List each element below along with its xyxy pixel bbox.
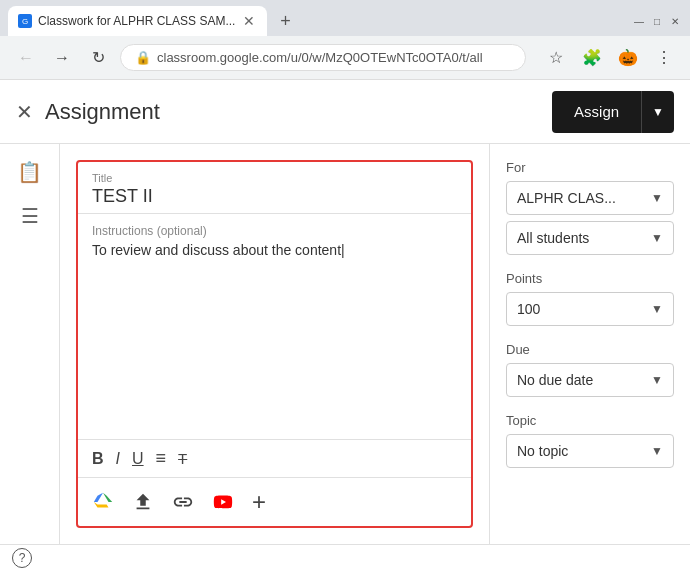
- bold-button[interactable]: B: [92, 450, 104, 468]
- new-tab-button[interactable]: +: [271, 7, 299, 35]
- instructions-label: Instructions (optional): [92, 224, 457, 238]
- close-button[interactable]: ✕: [668, 14, 682, 28]
- page-title: Assignment: [45, 99, 552, 125]
- underline-button[interactable]: U: [132, 450, 144, 468]
- points-field-group: Points 100 ▼: [506, 271, 674, 326]
- forward-button[interactable]: →: [48, 44, 76, 72]
- assign-button-group: Assign ▼: [552, 91, 674, 133]
- youtube-button[interactable]: [212, 491, 234, 513]
- assignment-icon: 📋: [17, 160, 42, 184]
- due-select[interactable]: No due date ▼: [506, 363, 674, 397]
- assign-dropdown-chevron: ▼: [652, 105, 664, 119]
- title-label: Title: [92, 172, 457, 184]
- students-select[interactable]: All students ▼: [506, 221, 674, 255]
- topic-select[interactable]: No topic ▼: [506, 434, 674, 468]
- tab-bar: G Classwork for ALPHR CLASS SAM... ✕ + —…: [0, 0, 690, 36]
- students-chevron-icon: ▼: [651, 231, 663, 245]
- due-field-group: Due No due date ▼: [506, 342, 674, 397]
- due-chevron-icon: ▼: [651, 373, 663, 387]
- lock-icon: 🔒: [135, 50, 151, 65]
- help-label: ?: [19, 551, 26, 565]
- attach-toolbar: +: [78, 477, 471, 526]
- upload-button[interactable]: [132, 491, 154, 513]
- left-panel: 📋 ☰: [0, 144, 60, 544]
- class-chevron-icon: ▼: [651, 191, 663, 205]
- topic-select-value: No topic: [517, 443, 651, 459]
- link-button[interactable]: [172, 491, 194, 513]
- for-label: For: [506, 160, 674, 175]
- topic-label: Topic: [506, 413, 674, 428]
- help-button[interactable]: ?: [12, 548, 32, 568]
- google-drive-button[interactable]: [92, 491, 114, 513]
- due-label: Due: [506, 342, 674, 357]
- back-button[interactable]: ←: [12, 44, 40, 72]
- window-controls: — □ ✕: [632, 14, 682, 28]
- instructions-text[interactable]: To review and discuss about the content|: [92, 242, 457, 429]
- points-select-value: 100: [517, 301, 651, 317]
- topic-field-group: Topic No topic ▼: [506, 413, 674, 468]
- class-select-value: ALPHR CLAS...: [517, 190, 651, 206]
- tab-favicon: G: [18, 14, 32, 28]
- center-panel: Title Instructions (optional) To review …: [60, 144, 490, 544]
- add-button[interactable]: +: [252, 488, 266, 516]
- profile-icon[interactable]: 🎃: [614, 44, 642, 72]
- for-field-group: For ALPHR CLAS... ▼ All students ▼: [506, 160, 674, 255]
- bookmark-icon[interactable]: ☆: [542, 44, 570, 72]
- italic-button[interactable]: I: [116, 450, 120, 468]
- app-footer: ?: [0, 544, 690, 570]
- title-section: Title: [78, 162, 471, 214]
- navigation-bar: ← → ↻ 🔒 classroom.google.com/u/0/w/MzQ0O…: [0, 36, 690, 80]
- assignment-form: Title Instructions (optional) To review …: [76, 160, 473, 528]
- active-tab[interactable]: G Classwork for ALPHR CLASS SAM... ✕: [8, 6, 267, 36]
- title-input[interactable]: [92, 186, 457, 207]
- menu-icon[interactable]: ⋮: [650, 44, 678, 72]
- maximize-button[interactable]: □: [650, 14, 664, 28]
- list-button[interactable]: ≡: [156, 448, 167, 469]
- students-select-value: All students: [517, 230, 651, 246]
- reload-button[interactable]: ↻: [84, 44, 112, 72]
- due-select-value: No due date: [517, 372, 651, 388]
- right-panel: For ALPHR CLAS... ▼ All students ▼ Point…: [490, 144, 690, 544]
- class-select[interactable]: ALPHR CLAS... ▼: [506, 181, 674, 215]
- address-bar[interactable]: 🔒 classroom.google.com/u/0/w/MzQ0OTEwNTc…: [120, 44, 526, 71]
- browser-chrome: G Classwork for ALPHR CLASS SAM... ✕ + —…: [0, 0, 690, 80]
- tab-title: Classwork for ALPHR CLASS SAM...: [38, 14, 235, 28]
- list-icon: ☰: [21, 204, 39, 228]
- extensions-icon[interactable]: 🧩: [578, 44, 606, 72]
- points-select[interactable]: 100 ▼: [506, 292, 674, 326]
- minimize-button[interactable]: —: [632, 14, 646, 28]
- points-label: Points: [506, 271, 674, 286]
- url-text: classroom.google.com/u/0/w/MzQ0OTEwNTc0O…: [157, 50, 483, 65]
- assign-dropdown-button[interactable]: ▼: [641, 91, 674, 133]
- nav-icons: ☆ 🧩 🎃 ⋮: [542, 44, 678, 72]
- formatting-toolbar: B I U ≡ T: [78, 439, 471, 477]
- close-assignment-button[interactable]: ✕: [16, 100, 33, 124]
- instructions-section: Instructions (optional) To review and di…: [78, 214, 471, 439]
- tab-close-button[interactable]: ✕: [241, 12, 257, 30]
- strikethrough-button[interactable]: T: [178, 450, 187, 467]
- points-chevron-icon: ▼: [651, 302, 663, 316]
- main-content: 📋 ☰ Title Instructions (optional) To rev…: [0, 144, 690, 544]
- app-header: ✕ Assignment Assign ▼: [0, 80, 690, 144]
- assign-button[interactable]: Assign: [552, 91, 641, 133]
- topic-chevron-icon: ▼: [651, 444, 663, 458]
